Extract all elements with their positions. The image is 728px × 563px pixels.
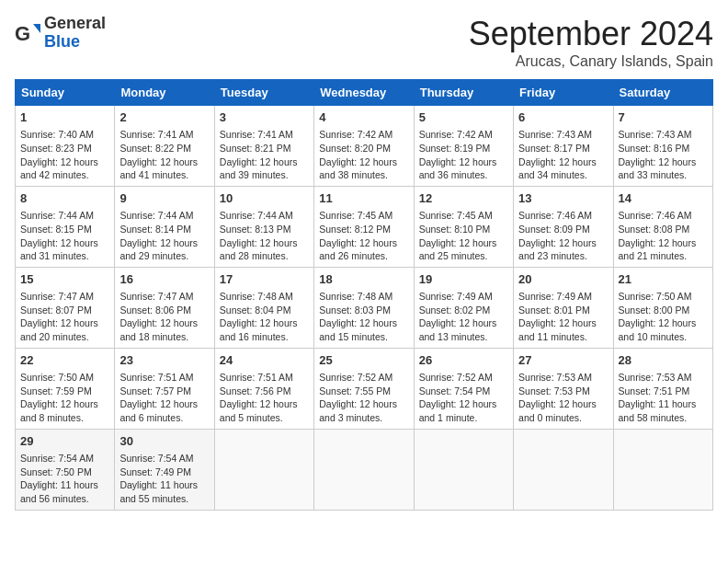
logo-blue: Blue (44, 33, 106, 52)
day-number: 20 (518, 271, 608, 288)
day-info: Daylight: 12 hours and 41 minutes. (119, 155, 209, 182)
day-info: Sunrise: 7:41 AM (119, 128, 209, 142)
table-row: 15Sunrise: 7:47 AMSunset: 8:07 PMDayligh… (16, 267, 115, 348)
day-info: Daylight: 12 hours and 1 minute. (419, 397, 508, 424)
day-number: 22 (20, 352, 109, 369)
table-row (414, 429, 513, 510)
day-info: Sunrise: 7:49 AM (419, 290, 508, 304)
table-row: 16Sunrise: 7:47 AMSunset: 8:06 PMDayligh… (115, 267, 214, 348)
day-info: Sunset: 7:57 PM (119, 385, 209, 398)
day-info: Daylight: 12 hours and 25 minutes. (419, 236, 508, 263)
day-info: Sunset: 8:07 PM (20, 304, 109, 317)
logo: G General Blue (15, 15, 106, 52)
day-number: 4 (319, 109, 408, 126)
day-info: Sunset: 7:53 PM (518, 385, 608, 398)
day-number: 7 (619, 109, 708, 126)
calendar-header-row: SundayMondayTuesdayWednesdayThursdayFrid… (16, 80, 713, 106)
table-row: 23Sunrise: 7:51 AMSunset: 7:57 PMDayligh… (115, 348, 214, 429)
col-header-tuesday: Tuesday (214, 80, 313, 106)
day-info: Daylight: 12 hours and 3 minutes. (319, 397, 408, 424)
logo-general: General (44, 15, 106, 33)
logo-text: General Blue (44, 15, 106, 52)
table-row: 13Sunrise: 7:46 AMSunset: 8:09 PMDayligh… (514, 186, 613, 267)
day-number: 6 (518, 109, 608, 126)
day-info: Daylight: 12 hours and 8 minutes. (20, 397, 109, 424)
table-row: 9Sunrise: 7:44 AMSunset: 8:14 PMDaylight… (115, 186, 214, 267)
day-info: Sunset: 7:49 PM (119, 465, 209, 479)
calendar-week-row: 1Sunrise: 7:40 AMSunset: 8:23 PMDaylight… (16, 106, 713, 187)
day-info: Sunrise: 7:52 AM (419, 371, 508, 385)
day-info: Sunrise: 7:47 AM (20, 290, 109, 304)
col-header-monday: Monday (115, 80, 214, 106)
day-info: Sunrise: 7:45 AM (319, 209, 408, 223)
day-number: 18 (319, 271, 408, 288)
day-info: Daylight: 12 hours and 42 minutes. (20, 155, 109, 182)
day-info: Sunset: 8:23 PM (20, 142, 109, 155)
day-info: Sunrise: 7:47 AM (119, 290, 209, 304)
table-row: 14Sunrise: 7:46 AMSunset: 8:08 PMDayligh… (613, 186, 712, 267)
day-info: Sunset: 8:08 PM (619, 223, 708, 236)
day-info: Sunrise: 7:54 AM (119, 452, 209, 465)
table-row: 29Sunrise: 7:54 AMSunset: 7:50 PMDayligh… (16, 429, 115, 510)
day-number: 19 (419, 271, 508, 288)
day-info: Sunset: 7:50 PM (20, 465, 109, 479)
day-number: 30 (119, 433, 209, 450)
day-info: Daylight: 12 hours and 11 minutes. (518, 316, 608, 343)
day-info: Sunset: 8:00 PM (619, 304, 708, 317)
table-row: 8Sunrise: 7:44 AMSunset: 8:15 PMDaylight… (16, 186, 115, 267)
day-number: 29 (20, 433, 109, 450)
day-info: Sunrise: 7:48 AM (319, 290, 408, 304)
day-info: Sunrise: 7:53 AM (619, 371, 708, 385)
day-info: Sunset: 7:55 PM (319, 385, 408, 398)
table-row: 1Sunrise: 7:40 AMSunset: 8:23 PMDaylight… (16, 106, 115, 187)
day-number: 8 (20, 190, 109, 207)
day-number: 12 (419, 190, 508, 207)
day-info: Daylight: 12 hours and 34 minutes. (518, 155, 608, 182)
calendar-week-row: 22Sunrise: 7:50 AMSunset: 7:59 PMDayligh… (16, 348, 713, 429)
day-info: Sunrise: 7:42 AM (319, 128, 408, 142)
day-info: Daylight: 11 hours and 56 minutes. (20, 478, 109, 505)
table-row: 21Sunrise: 7:50 AMSunset: 8:00 PMDayligh… (613, 267, 712, 348)
day-info: Sunset: 7:56 PM (220, 385, 309, 398)
table-row (214, 429, 313, 510)
day-number: 14 (619, 190, 708, 207)
day-info: Sunrise: 7:44 AM (220, 209, 309, 223)
day-info: Daylight: 12 hours and 31 minutes. (20, 236, 109, 263)
day-info: Sunset: 8:16 PM (619, 142, 708, 155)
col-header-friday: Friday (514, 80, 613, 106)
day-number: 11 (319, 190, 408, 207)
day-info: Daylight: 12 hours and 23 minutes. (518, 236, 608, 263)
table-row: 19Sunrise: 7:49 AMSunset: 8:02 PMDayligh… (414, 267, 513, 348)
day-number: 23 (119, 352, 209, 369)
table-row (314, 429, 414, 510)
col-header-saturday: Saturday (613, 80, 712, 106)
day-number: 28 (619, 352, 708, 369)
col-header-thursday: Thursday (414, 80, 513, 106)
day-info: Sunrise: 7:44 AM (119, 209, 209, 223)
table-row: 28Sunrise: 7:53 AMSunset: 7:51 PMDayligh… (613, 348, 712, 429)
day-info: Daylight: 12 hours and 15 minutes. (319, 316, 408, 343)
table-row: 4Sunrise: 7:42 AMSunset: 8:20 PMDaylight… (314, 106, 414, 187)
calendar-week-row: 8Sunrise: 7:44 AMSunset: 8:15 PMDaylight… (16, 186, 713, 267)
table-row (514, 429, 613, 510)
day-info: Sunrise: 7:50 AM (619, 290, 708, 304)
table-row: 3Sunrise: 7:41 AMSunset: 8:21 PMDaylight… (214, 106, 313, 187)
table-row: 2Sunrise: 7:41 AMSunset: 8:22 PMDaylight… (115, 106, 214, 187)
table-row: 5Sunrise: 7:42 AMSunset: 8:19 PMDaylight… (414, 106, 513, 187)
calendar-week-row: 15Sunrise: 7:47 AMSunset: 8:07 PMDayligh… (16, 267, 713, 348)
day-info: Sunset: 8:09 PM (518, 223, 608, 236)
day-info: Sunset: 8:19 PM (419, 142, 508, 155)
day-info: Daylight: 12 hours and 29 minutes. (119, 236, 209, 263)
day-info: Sunrise: 7:53 AM (518, 371, 608, 385)
day-info: Sunrise: 7:54 AM (20, 452, 109, 465)
day-number: 3 (220, 109, 309, 126)
svg-text:G: G (15, 22, 30, 45)
day-info: Daylight: 12 hours and 13 minutes. (419, 316, 508, 343)
day-info: Sunset: 8:21 PM (220, 142, 309, 155)
day-number: 25 (319, 352, 408, 369)
day-number: 16 (119, 271, 209, 288)
day-info: Daylight: 12 hours and 38 minutes. (319, 155, 408, 182)
day-number: 26 (419, 352, 508, 369)
day-number: 10 (220, 190, 309, 207)
day-info: Sunrise: 7:43 AM (518, 128, 608, 142)
